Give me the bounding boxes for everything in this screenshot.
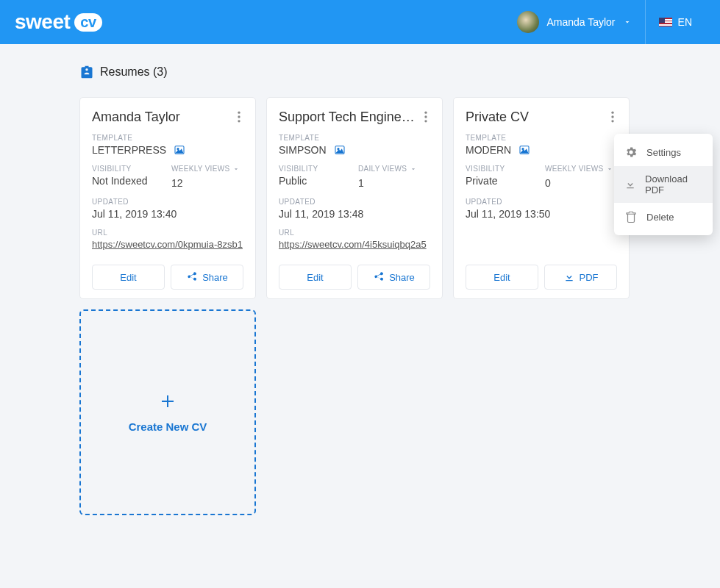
views-label: WEEKLY VIEWS [545, 165, 603, 173]
template-label: TEMPLATE [466, 134, 617, 142]
image-icon[interactable] [334, 144, 346, 156]
visibility-value: Not Indexed [92, 175, 164, 187]
views-selector[interactable]: WEEKLY VIEWS [545, 165, 617, 173]
menu-item-label: Download PDF [645, 173, 702, 196]
template-label: TEMPLATE [92, 134, 243, 142]
section-title-text: Resumes (3) [100, 65, 168, 79]
share-icon [373, 271, 385, 283]
visibility-label: VISIBILITY [92, 165, 164, 173]
edit-button-label: Edit [120, 272, 136, 283]
template-label: TEMPLATE [279, 134, 430, 142]
card-title: Amanda Taylor [92, 110, 243, 125]
card-more-button[interactable] [230, 108, 248, 126]
caret-down-icon [232, 165, 240, 173]
language-code: EN [678, 16, 692, 28]
menu-item-label: Settings [646, 147, 681, 158]
top-header: sweet cv Amanda Taylor EN [0, 0, 720, 44]
views-value: 1 [358, 177, 430, 189]
card-more-button[interactable] [604, 108, 621, 126]
edit-button[interactable]: Edit [92, 265, 165, 290]
updated-label: UPDATED [466, 198, 617, 206]
resume-card: Private CVTEMPLATEMODERNVISIBILITYPrivat… [453, 97, 630, 299]
resume-card: Amanda TaylorTEMPLATELETTERPRESSVISIBILI… [79, 97, 256, 299]
edit-button-label: Edit [493, 272, 510, 283]
pdf-button[interactable]: PDF [544, 265, 617, 290]
resume-grid: Amanda TaylorTEMPLATELETTERPRESSVISIBILI… [79, 97, 641, 515]
second-button-label: Share [389, 272, 415, 283]
create-new-cv[interactable]: Create New CV [79, 309, 256, 515]
resume-card: Support Tech Enginee…TEMPLATESIMPSONVISI… [266, 97, 443, 299]
logo-text: sweet [15, 10, 70, 34]
avatar [517, 11, 539, 33]
updated-label: UPDATED [279, 198, 430, 206]
download-icon [624, 178, 636, 191]
template-value: LETTERPRESS [92, 144, 166, 156]
edit-button[interactable]: Edit [279, 265, 352, 290]
views-label: DAILY VIEWS [358, 165, 407, 173]
menu-item-settings[interactable]: Settings [614, 138, 713, 166]
share-icon [186, 271, 198, 283]
share-button[interactable]: Share [171, 265, 243, 290]
updated-value: Jul 11, 2019 13:48 [279, 208, 430, 220]
us-flag-icon [659, 18, 672, 26]
resume-url-link[interactable]: https://sweetcv.com/0kpmuia-8zsb1 [92, 239, 243, 250]
menu-item-download-pdf[interactable]: Download PDF [614, 166, 713, 203]
updated-value: Jul 11, 2019 13:40 [92, 208, 243, 220]
language-selector[interactable]: EN [645, 0, 705, 44]
template-value: MODERN [466, 144, 511, 156]
image-icon[interactable] [518, 144, 530, 156]
edit-button[interactable]: Edit [466, 265, 538, 290]
visibility-value: Public [279, 175, 351, 187]
views-label: WEEKLY VIEWS [171, 165, 229, 173]
views-selector[interactable]: DAILY VIEWS [358, 165, 430, 173]
user-menu[interactable]: Amanda Taylor [504, 0, 644, 44]
card-title: Private CV [466, 110, 617, 125]
resume-icon [79, 65, 94, 79]
visibility-label: VISIBILITY [466, 165, 538, 173]
gear-icon [624, 146, 638, 159]
resume-url-link[interactable]: https://sweetcv.com/4i5ksuiqbq2a5 [279, 239, 430, 250]
updated-label: UPDATED [92, 198, 243, 206]
section-title: Resumes (3) [79, 65, 641, 79]
caret-down-icon [606, 165, 613, 173]
views-value: 12 [171, 177, 243, 189]
updated-value: Jul 11, 2019 13:50 [466, 208, 617, 220]
user-name: Amanda Taylor [546, 16, 615, 28]
menu-item-label: Delete [646, 212, 674, 223]
image-icon[interactable] [174, 144, 185, 156]
views-value: 0 [545, 177, 617, 189]
menu-item-delete[interactable]: Delete [614, 203, 713, 231]
card-more-button[interactable] [417, 108, 435, 126]
template-value: SIMPSON [279, 144, 327, 156]
views-selector[interactable]: WEEKLY VIEWS [171, 165, 243, 173]
card-title: Support Tech Enginee… [279, 110, 430, 125]
visibility-label: VISIBILITY [279, 165, 351, 173]
trash-icon [624, 210, 638, 223]
second-button-label: PDF [580, 272, 599, 283]
plus-icon [159, 392, 177, 410]
create-new-label: Create New CV [129, 420, 207, 433]
visibility-value: Private [466, 175, 538, 187]
edit-button-label: Edit [307, 272, 323, 283]
logo[interactable]: sweet cv [15, 10, 102, 34]
share-button[interactable]: Share [357, 265, 430, 290]
card-context-menu: SettingsDownload PDFDelete [614, 134, 713, 235]
caret-down-icon [410, 165, 417, 173]
url-label: URL [279, 229, 430, 237]
url-label: URL [92, 229, 243, 237]
second-button-label: Share [202, 272, 228, 283]
logo-badge: cv [74, 13, 101, 32]
chevron-down-icon [623, 18, 632, 26]
download-icon [563, 271, 575, 283]
main-content: Resumes (3) Amanda TaylorTEMPLATELETTERP… [0, 44, 720, 536]
